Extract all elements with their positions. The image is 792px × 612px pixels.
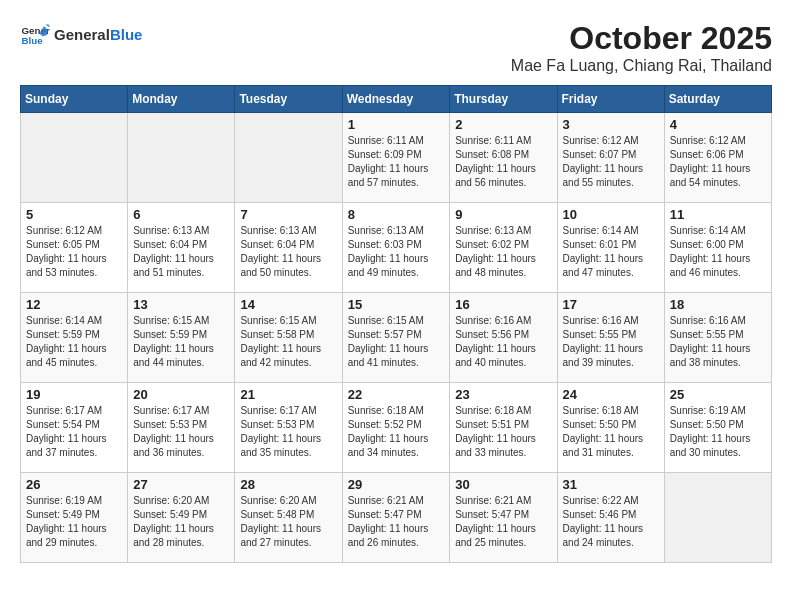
- calendar-cell: 16Sunrise: 6:16 AM Sunset: 5:56 PM Dayli…: [450, 293, 557, 383]
- calendar-cell: 31Sunrise: 6:22 AM Sunset: 5:46 PM Dayli…: [557, 473, 664, 563]
- day-info: Sunrise: 6:15 AM Sunset: 5:57 PM Dayligh…: [348, 314, 445, 370]
- day-info: Sunrise: 6:19 AM Sunset: 5:49 PM Dayligh…: [26, 494, 122, 550]
- day-info: Sunrise: 6:22 AM Sunset: 5:46 PM Dayligh…: [563, 494, 659, 550]
- calendar-week-3: 12Sunrise: 6:14 AM Sunset: 5:59 PM Dayli…: [21, 293, 772, 383]
- day-number: 23: [455, 387, 551, 402]
- day-info: Sunrise: 6:13 AM Sunset: 6:02 PM Dayligh…: [455, 224, 551, 280]
- calendar-cell: 23Sunrise: 6:18 AM Sunset: 5:51 PM Dayli…: [450, 383, 557, 473]
- day-number: 29: [348, 477, 445, 492]
- day-info: Sunrise: 6:17 AM Sunset: 5:53 PM Dayligh…: [240, 404, 336, 460]
- day-number: 6: [133, 207, 229, 222]
- calendar-cell: 2Sunrise: 6:11 AM Sunset: 6:08 PM Daylig…: [450, 113, 557, 203]
- calendar-cell: 28Sunrise: 6:20 AM Sunset: 5:48 PM Dayli…: [235, 473, 342, 563]
- calendar-cell: 30Sunrise: 6:21 AM Sunset: 5:47 PM Dayli…: [450, 473, 557, 563]
- header-monday: Monday: [128, 86, 235, 113]
- calendar-week-1: 1Sunrise: 6:11 AM Sunset: 6:09 PM Daylig…: [21, 113, 772, 203]
- header-wednesday: Wednesday: [342, 86, 450, 113]
- header-friday: Friday: [557, 86, 664, 113]
- day-number: 3: [563, 117, 659, 132]
- day-number: 28: [240, 477, 336, 492]
- calendar-cell: 6Sunrise: 6:13 AM Sunset: 6:04 PM Daylig…: [128, 203, 235, 293]
- day-number: 16: [455, 297, 551, 312]
- day-info: Sunrise: 6:13 AM Sunset: 6:04 PM Dayligh…: [240, 224, 336, 280]
- calendar-cell: 25Sunrise: 6:19 AM Sunset: 5:50 PM Dayli…: [664, 383, 771, 473]
- day-number: 12: [26, 297, 122, 312]
- day-number: 14: [240, 297, 336, 312]
- day-info: Sunrise: 6:20 AM Sunset: 5:48 PM Dayligh…: [240, 494, 336, 550]
- day-info: Sunrise: 6:12 AM Sunset: 6:06 PM Dayligh…: [670, 134, 766, 190]
- calendar-cell: 27Sunrise: 6:20 AM Sunset: 5:49 PM Dayli…: [128, 473, 235, 563]
- calendar-cell: 5Sunrise: 6:12 AM Sunset: 6:05 PM Daylig…: [21, 203, 128, 293]
- calendar-week-2: 5Sunrise: 6:12 AM Sunset: 6:05 PM Daylig…: [21, 203, 772, 293]
- calendar-cell: 10Sunrise: 6:14 AM Sunset: 6:01 PM Dayli…: [557, 203, 664, 293]
- day-info: Sunrise: 6:16 AM Sunset: 5:56 PM Dayligh…: [455, 314, 551, 370]
- day-number: 31: [563, 477, 659, 492]
- day-number: 1: [348, 117, 445, 132]
- calendar-cell: 20Sunrise: 6:17 AM Sunset: 5:53 PM Dayli…: [128, 383, 235, 473]
- calendar-cell: 9Sunrise: 6:13 AM Sunset: 6:02 PM Daylig…: [450, 203, 557, 293]
- day-info: Sunrise: 6:14 AM Sunset: 5:59 PM Dayligh…: [26, 314, 122, 370]
- day-info: Sunrise: 6:13 AM Sunset: 6:03 PM Dayligh…: [348, 224, 445, 280]
- day-number: 13: [133, 297, 229, 312]
- calendar-cell: [21, 113, 128, 203]
- day-number: 27: [133, 477, 229, 492]
- calendar-title: October 2025: [511, 20, 772, 57]
- logo-icon: General Blue: [20, 20, 50, 50]
- day-number: 11: [670, 207, 766, 222]
- calendar-cell: 1Sunrise: 6:11 AM Sunset: 6:09 PM Daylig…: [342, 113, 450, 203]
- day-number: 18: [670, 297, 766, 312]
- day-number: 17: [563, 297, 659, 312]
- calendar-header: Sunday Monday Tuesday Wednesday Thursday…: [21, 86, 772, 113]
- calendar-location: Mae Fa Luang, Chiang Rai, Thailand: [511, 57, 772, 75]
- calendar-cell: 8Sunrise: 6:13 AM Sunset: 6:03 PM Daylig…: [342, 203, 450, 293]
- weekday-header-row: Sunday Monday Tuesday Wednesday Thursday…: [21, 86, 772, 113]
- day-info: Sunrise: 6:15 AM Sunset: 5:58 PM Dayligh…: [240, 314, 336, 370]
- day-info: Sunrise: 6:18 AM Sunset: 5:51 PM Dayligh…: [455, 404, 551, 460]
- calendar-cell: [128, 113, 235, 203]
- day-info: Sunrise: 6:14 AM Sunset: 6:00 PM Dayligh…: [670, 224, 766, 280]
- header-tuesday: Tuesday: [235, 86, 342, 113]
- calendar-cell: 4Sunrise: 6:12 AM Sunset: 6:06 PM Daylig…: [664, 113, 771, 203]
- day-number: 24: [563, 387, 659, 402]
- calendar-cell: 22Sunrise: 6:18 AM Sunset: 5:52 PM Dayli…: [342, 383, 450, 473]
- calendar-table: Sunday Monday Tuesday Wednesday Thursday…: [20, 85, 772, 563]
- svg-text:Blue: Blue: [22, 35, 44, 46]
- day-info: Sunrise: 6:13 AM Sunset: 6:04 PM Dayligh…: [133, 224, 229, 280]
- day-number: 10: [563, 207, 659, 222]
- day-info: Sunrise: 6:19 AM Sunset: 5:50 PM Dayligh…: [670, 404, 766, 460]
- day-info: Sunrise: 6:21 AM Sunset: 5:47 PM Dayligh…: [455, 494, 551, 550]
- calendar-cell: 12Sunrise: 6:14 AM Sunset: 5:59 PM Dayli…: [21, 293, 128, 383]
- calendar-week-5: 26Sunrise: 6:19 AM Sunset: 5:49 PM Dayli…: [21, 473, 772, 563]
- day-info: Sunrise: 6:21 AM Sunset: 5:47 PM Dayligh…: [348, 494, 445, 550]
- calendar-week-4: 19Sunrise: 6:17 AM Sunset: 5:54 PM Dayli…: [21, 383, 772, 473]
- day-info: Sunrise: 6:18 AM Sunset: 5:50 PM Dayligh…: [563, 404, 659, 460]
- day-info: Sunrise: 6:12 AM Sunset: 6:05 PM Dayligh…: [26, 224, 122, 280]
- day-info: Sunrise: 6:12 AM Sunset: 6:07 PM Dayligh…: [563, 134, 659, 190]
- day-info: Sunrise: 6:11 AM Sunset: 6:08 PM Dayligh…: [455, 134, 551, 190]
- page-header: General Blue GeneralBlue October 2025 Ma…: [20, 20, 772, 75]
- day-number: 21: [240, 387, 336, 402]
- calendar-cell: 3Sunrise: 6:12 AM Sunset: 6:07 PM Daylig…: [557, 113, 664, 203]
- day-number: 22: [348, 387, 445, 402]
- day-number: 5: [26, 207, 122, 222]
- calendar-cell: 18Sunrise: 6:16 AM Sunset: 5:55 PM Dayli…: [664, 293, 771, 383]
- day-info: Sunrise: 6:11 AM Sunset: 6:09 PM Dayligh…: [348, 134, 445, 190]
- day-number: 9: [455, 207, 551, 222]
- logo: General Blue GeneralBlue: [20, 20, 142, 50]
- header-saturday: Saturday: [664, 86, 771, 113]
- day-info: Sunrise: 6:17 AM Sunset: 5:54 PM Dayligh…: [26, 404, 122, 460]
- calendar-cell: 24Sunrise: 6:18 AM Sunset: 5:50 PM Dayli…: [557, 383, 664, 473]
- calendar-cell: 11Sunrise: 6:14 AM Sunset: 6:00 PM Dayli…: [664, 203, 771, 293]
- logo-general: General: [54, 26, 110, 43]
- day-info: Sunrise: 6:20 AM Sunset: 5:49 PM Dayligh…: [133, 494, 229, 550]
- day-number: 4: [670, 117, 766, 132]
- calendar-cell: 19Sunrise: 6:17 AM Sunset: 5:54 PM Dayli…: [21, 383, 128, 473]
- day-number: 20: [133, 387, 229, 402]
- calendar-cell: 29Sunrise: 6:21 AM Sunset: 5:47 PM Dayli…: [342, 473, 450, 563]
- calendar-cell: 17Sunrise: 6:16 AM Sunset: 5:55 PM Dayli…: [557, 293, 664, 383]
- day-number: 15: [348, 297, 445, 312]
- calendar-cell: 15Sunrise: 6:15 AM Sunset: 5:57 PM Dayli…: [342, 293, 450, 383]
- day-number: 8: [348, 207, 445, 222]
- day-number: 2: [455, 117, 551, 132]
- calendar-cell: 13Sunrise: 6:15 AM Sunset: 5:59 PM Dayli…: [128, 293, 235, 383]
